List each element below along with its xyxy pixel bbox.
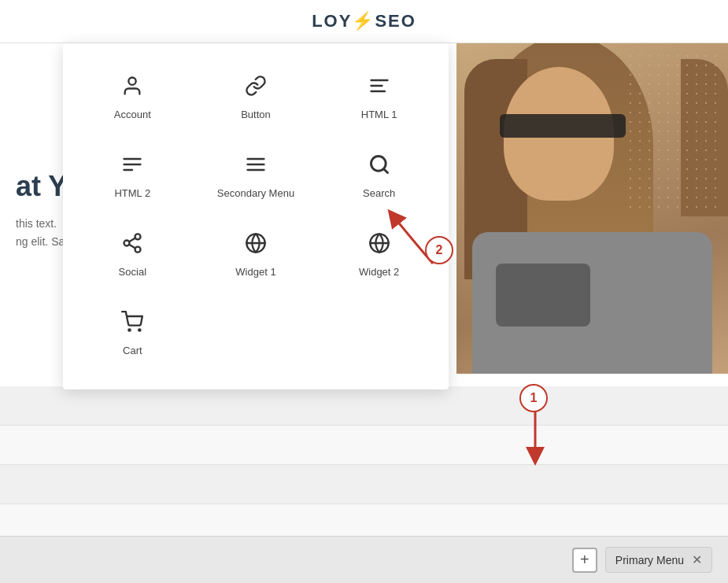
logo-highlight: ⚡ [352, 11, 375, 31]
content-row-3 [0, 465, 728, 504]
primary-menu-label: Primary Menu [615, 554, 684, 566]
widget1-icon [245, 232, 267, 258]
menu-item-secondary-menu[interactable]: Secondary Menu [194, 138, 318, 216]
menu-item-account[interactable]: Account [71, 59, 194, 138]
button-icon [245, 75, 267, 101]
menu-item-cart-label: Cart [123, 345, 142, 358]
logo: LOY⚡SEO [312, 11, 416, 31]
annotation-badge-1: 1 [519, 384, 548, 412]
menu-item-html1-label: HTML 1 [361, 109, 397, 122]
menu-item-html1[interactable]: HTML 1 [317, 59, 441, 138]
close-primary-menu-button[interactable]: ✕ [692, 552, 702, 567]
content-row-2 [0, 426, 728, 465]
hero-image [456, 43, 728, 374]
search-icon [368, 153, 390, 179]
svg-point-20 [139, 329, 140, 330]
annotation-1-number: 1 [530, 391, 538, 405]
menu-item-social-label: Social [119, 266, 146, 279]
content-row-1 [0, 386, 728, 426]
menu-item-search[interactable]: Search [317, 138, 441, 216]
cart-icon [121, 311, 143, 337]
annotation-2-number: 2 [436, 243, 443, 257]
secondary-menu-icon [245, 153, 267, 179]
menu-grid: Account Button HTML 1 [71, 59, 441, 374]
menu-item-widget2-label: Widget 2 [359, 266, 399, 279]
primary-menu-tag: Primary Menu ✕ [605, 547, 712, 573]
menu-item-button-label: Button [241, 109, 271, 122]
menu-item-search-label: Search [363, 187, 395, 201]
svg-point-0 [129, 78, 136, 85]
menu-item-html2-label: HTML 2 [114, 187, 150, 201]
svg-line-11 [383, 168, 387, 172]
social-icon [121, 232, 143, 258]
menu-item-widget2[interactable]: Widget 2 [317, 216, 441, 295]
menu-item-secondary-menu-label: Secondary Menu [217, 187, 294, 201]
svg-point-19 [129, 329, 131, 330]
menu-item-button[interactable]: Button [194, 59, 318, 138]
menu-item-widget1[interactable]: Widget 1 [194, 216, 318, 295]
menu-item-html2[interactable]: HTML 2 [71, 138, 194, 216]
plus-icon: + [580, 551, 589, 569]
menu-item-widget1-label: Widget 1 [235, 266, 275, 279]
dot-pattern [626, 51, 720, 208]
account-icon [121, 75, 143, 101]
svg-line-16 [129, 238, 135, 242]
annotation-badge-2: 2 [425, 236, 453, 264]
bottom-bar: + Primary Menu ✕ [0, 536, 728, 583]
widget2-icon [368, 232, 390, 258]
menu-item-cart[interactable]: Cart [71, 295, 194, 374]
add-widget-button[interactable]: + [572, 548, 597, 573]
html1-icon [368, 75, 390, 101]
html2-icon [121, 153, 143, 179]
svg-line-15 [129, 245, 135, 249]
widget-picker-popup: Account Button HTML 1 [63, 43, 449, 389]
menu-item-account-label: Account [114, 109, 151, 122]
menu-item-social[interactable]: Social [71, 216, 194, 295]
header-bar: LOY⚡SEO [0, 0, 728, 43]
hero-image-area [456, 43, 728, 374]
